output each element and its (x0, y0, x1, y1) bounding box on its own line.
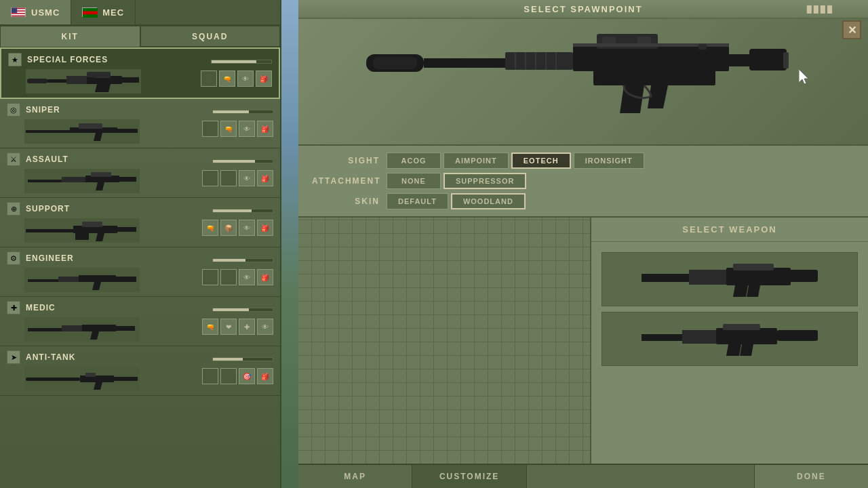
gear-box: 🎒 (256, 70, 272, 87)
sight-aimpoint-btn[interactable]: AIMPOINT (443, 152, 509, 169)
team-tab-usmc[interactable]: USMC (0, 0, 71, 24)
tab-kit[interactable]: KIT (0, 26, 140, 47)
svg-marker-77 (733, 285, 748, 297)
gear-box (220, 170, 237, 186)
tab-map[interactable]: MAP (298, 465, 412, 488)
tab-spacer (527, 465, 755, 488)
attachment-none-btn[interactable]: NONE (387, 173, 441, 189)
svg-rect-80 (716, 328, 777, 344)
kit-gear-engineer: 👁 🎒 (202, 269, 273, 285)
sight-label: SIGHT (312, 156, 380, 165)
empty-weapon-area (298, 218, 590, 464)
skin-options: DEFAULT WOODLAND (387, 193, 854, 209)
svg-rect-4 (12, 8, 17, 13)
gear-box: 👁 (239, 220, 255, 236)
svg-rect-19 (79, 123, 102, 129)
svg-rect-20 (117, 129, 138, 133)
attachment-suppressor-btn[interactable]: SUPPRESSOR (443, 173, 526, 189)
gear-box: 🎒 (257, 368, 273, 384)
gear-box: 👁 (237, 70, 254, 87)
kit-list: ★ SPECIAL FORCES (0, 47, 280, 396)
svg-rect-22 (28, 180, 62, 182)
flag-mec (82, 7, 97, 17)
svg-rect-7 (83, 14, 98, 18)
gear-box (220, 269, 237, 285)
svg-rect-30 (82, 222, 102, 227)
gear-box: 📦 (220, 220, 237, 236)
tab-done[interactable]: DONE (755, 465, 868, 488)
kit-icon-engineer: ⚙ (7, 251, 20, 265)
svg-rect-42 (116, 326, 135, 331)
sight-acog-btn[interactable]: ACOG (387, 152, 441, 169)
kit-gear-sf: 🔫 👁 🎒 (201, 70, 272, 87)
skin-label: SKIN (312, 197, 380, 206)
sight-ironsight-btn[interactable]: IRONSIGHT (574, 152, 644, 169)
kit-name-anti-tank: ANTI-TANK (26, 352, 75, 362)
gear-box: 🎒 (257, 269, 273, 285)
kit-icon-sniper: ◎ (7, 103, 20, 117)
svg-rect-50 (373, 57, 417, 69)
skin-default-btn[interactable]: DEFAULT (387, 193, 448, 209)
team-tab-mec[interactable]: MEC (71, 0, 136, 24)
svg-rect-23 (62, 177, 85, 182)
kit-item-assault[interactable]: ⚔ ASSAULT (0, 148, 280, 198)
bottom-section: SELECT WEAPON (298, 218, 868, 464)
svg-marker-27 (96, 182, 104, 190)
svg-rect-34 (28, 279, 58, 282)
kit-item-medic[interactable]: ✚ MEDIC 🔫 (0, 297, 280, 346)
gear-box: 🔫 (219, 70, 235, 87)
kit-bar-fill-anti-tank (213, 358, 243, 361)
skin-woodland-btn[interactable]: WOODLAND (451, 193, 526, 209)
customize-panel: SIGHT ACOG AIMPOINT EOTECH IRONSIGHT ATT… (298, 146, 868, 218)
kit-icon-special-forces: ★ (8, 53, 22, 66)
gear-box: 🎒 (257, 220, 273, 236)
kit-name-assault: ASSAULT (26, 155, 68, 164)
close-button[interactable]: ✕ (842, 20, 861, 39)
weapon-choice-1[interactable] (601, 252, 858, 306)
svg-rect-44 (26, 378, 80, 381)
gear-box: ❤ (220, 319, 237, 335)
kit-item-anti-tank[interactable]: ➤ ANTI-TANK (0, 346, 280, 396)
gear-box: 🔫 (202, 220, 218, 236)
kit-name-medic: MEDIC (26, 303, 56, 312)
weapon-2-svg (635, 317, 825, 361)
kit-bar-fill-sf (212, 60, 256, 63)
svg-rect-69 (698, 44, 707, 49)
tab-customize[interactable]: CUSTOMIZE (412, 465, 526, 488)
kit-gear-medic: 🔫 ❤ ✚ 👁 (202, 319, 273, 335)
gear-box: 👁 (257, 319, 273, 335)
svg-rect-39 (28, 328, 62, 331)
kit-bar-anti-tank (212, 357, 273, 361)
svg-rect-28 (26, 229, 73, 232)
kit-item-engineer[interactable]: ⚙ ENGINEER (0, 247, 280, 297)
kit-item-sniper[interactable]: ◎ SNIPER (0, 99, 280, 148)
kit-item-special-forces[interactable]: ★ SPECIAL FORCES (0, 47, 280, 99)
sight-options: ACOG AIMPOINT EOTECH IRONSIGHT (387, 152, 854, 169)
tab-squad[interactable]: SQUAD (140, 26, 281, 47)
select-weapon-title: SELECT WEAPON (591, 218, 868, 242)
sight-eotech-btn[interactable]: EOTECH (511, 152, 571, 169)
svg-rect-79 (682, 330, 716, 344)
svg-rect-15 (66, 76, 87, 84)
kit-weapon-assault (24, 169, 140, 193)
team-label-usmc: USMC (31, 7, 60, 18)
gear-box (202, 269, 218, 285)
kit-name-special-forces: SPECIAL FORCES (27, 55, 108, 64)
signal-dots: ████ (807, 5, 834, 13)
kit-name-support: SUPPORT (26, 204, 70, 214)
gear-box (202, 368, 218, 384)
svg-rect-47 (114, 377, 138, 381)
svg-marker-76 (747, 285, 760, 297)
kit-bar-assault (212, 159, 273, 163)
svg-rect-72 (689, 270, 726, 285)
svg-rect-36 (79, 275, 116, 282)
kit-bar-fill-assault (213, 160, 255, 163)
svg-rect-26 (119, 177, 136, 182)
kit-weapon-support (24, 218, 140, 243)
kit-bar-engineer (212, 258, 273, 262)
svg-rect-71 (642, 274, 689, 282)
weapon-choice-2[interactable] (601, 312, 858, 366)
team-label-mec: MEC (102, 7, 124, 18)
svg-rect-81 (723, 324, 760, 330)
kit-item-support[interactable]: ⊕ SUPPORT (0, 198, 280, 247)
